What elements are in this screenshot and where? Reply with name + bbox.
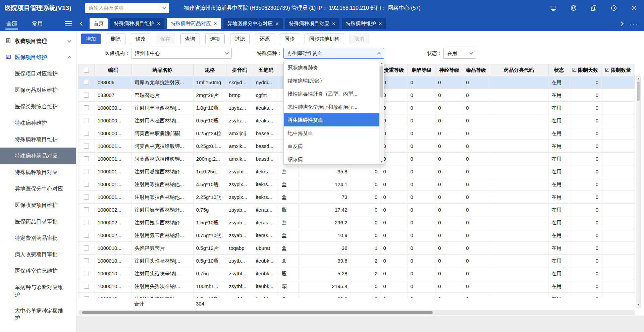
row-checkbox[interactable]: [84, 284, 89, 289]
sidebar-item-7[interactable]: 异地医保分中心对应: [0, 180, 76, 197]
tab-special-disease-maint[interactable]: 特殊病种维护×: [342, 18, 386, 29]
dropdown-option[interactable]: 糖尿病: [284, 153, 379, 165]
vertical-scrollbar[interactable]: ▲ ▼: [636, 76, 641, 308]
column-header[interactable]: 限制数量: [601, 64, 635, 76]
table-row[interactable]: 1000010注射用头孢呋辛钠...1.5g*10瓶zsytbf...iteub…: [78, 293, 635, 298]
options-button[interactable]: 选项: [205, 34, 225, 44]
dropdown-option[interactable]: 结核病辅助治疗: [284, 74, 379, 87]
column-header[interactable]: 神经等级: [435, 64, 463, 76]
menu-search-input[interactable]: 请输入菜单名称: [85, 3, 169, 13]
dropdown-option[interactable]: 慢性病毒性肝炎（乙型、丙型...: [284, 87, 379, 100]
sidebar-item-6[interactable]: 特殊病种项目对应: [0, 164, 76, 180]
column-header[interactable]: 药品名称: [132, 64, 194, 76]
sync-other-org-button[interactable]: 同步其他机构: [305, 34, 344, 44]
scroll-down-icon[interactable]: ▼: [636, 303, 640, 307]
dropdown-scrollbar-thumb[interactable]: [380, 66, 383, 98]
select-all-cell[interactable]: [78, 64, 95, 76]
org-select[interactable]: 漳州市中心: [131, 48, 232, 59]
theme-icon[interactable]: [570, 5, 577, 11]
row-checkbox[interactable]: [84, 207, 89, 212]
row-checkbox[interactable]: [84, 118, 89, 123]
filter-button[interactable]: 过滤: [230, 34, 250, 44]
table-row[interactable]: 1000002...注射用氨苄西林钠舒...0.75g*10瓶zsyab...i…: [78, 229, 635, 242]
tabs-scroll-right-icon[interactable]: [619, 21, 624, 26]
view-tab-all[interactable]: 全部: [5, 16, 18, 31]
row-checkbox[interactable]: [84, 182, 89, 187]
table-row[interactable]: 1000010...头孢羟氨苄片0.5g*12片tbqabpuburat盒361…: [78, 242, 635, 255]
column-header[interactable]: 麻醉等级: [408, 64, 435, 76]
table-row[interactable]: 1000002...注射用氨苄西林钠舒...1.5g*10瓶zsyab...it…: [78, 216, 635, 229]
sync-button[interactable]: 同步: [280, 34, 299, 44]
logout-icon[interactable]: [610, 5, 617, 11]
sidebar-section-charge-item-mgmt[interactable]: 收费项目管理: [0, 33, 76, 49]
sidebar-item-2[interactable]: 医保类别综合维护: [0, 98, 76, 115]
dropdown-scrollbar[interactable]: ▲ ▼: [379, 61, 384, 164]
dropdown-option[interactable]: 冠状病毒肺炎: [284, 61, 379, 74]
scroll-down-icon[interactable]: ▼: [380, 160, 384, 164]
table-row[interactable]: 1000010...注射用头孢唑林钠[...0.5g*10瓶zsytb...it…: [78, 255, 635, 267]
tabs-scroll-left-icon[interactable]: [80, 21, 84, 26]
sidebar-item-4[interactable]: 特殊病种项目维护: [0, 131, 76, 148]
query-button[interactable]: 查询: [180, 34, 200, 44]
column-header[interactable]: 拼音码: [226, 64, 253, 76]
row-checkbox[interactable]: [84, 80, 89, 85]
table-row[interactable]: 1000001...注射用哌拉西林钠他...2.25g*10瓶zsyplx...…: [78, 191, 635, 204]
view-tab-common[interactable]: 常用: [31, 16, 44, 31]
sidebar-item-14[interactable]: 大中心单病种定额维护: [0, 302, 76, 326]
select-all-checkbox[interactable]: [84, 68, 89, 73]
table-row[interactable]: 1000001...注射用哌拉西林钠他...4.5g*10瓶zsyplx...i…: [78, 178, 635, 191]
copy-icon[interactable]: [590, 5, 597, 11]
sidebar-item-13[interactable]: 单病种与诊断对应维护: [0, 279, 76, 302]
tab-close-icon[interactable]: ×: [332, 21, 335, 26]
monitor-icon[interactable]: [550, 5, 557, 11]
dropdown-option[interactable]: 地中海贫血: [284, 126, 379, 140]
sidebar-item-11[interactable]: 病人收费项目审批: [0, 246, 76, 263]
chevron-down-icon[interactable]: [162, 5, 166, 9]
row-checkbox[interactable]: [84, 258, 89, 263]
add-button[interactable]: 增加: [81, 34, 101, 44]
row-checkbox[interactable]: [84, 220, 89, 225]
row-checkbox[interactable]: [84, 156, 89, 161]
column-header[interactable]: 规格: [194, 64, 226, 76]
tab-special-disease-item-maint[interactable]: 特殊病种项目维护×: [110, 18, 164, 29]
horizontal-scrollbar[interactable]: [78, 310, 635, 315]
sidebar-item-1[interactable]: 医保药品对应维护: [0, 82, 76, 98]
table-row[interactable]: 1000010...注射用头孢呋辛钠[...0.75gzsytbf...iteu…: [78, 267, 635, 280]
delete-button[interactable]: 删除: [106, 34, 125, 44]
row-checkbox[interactable]: [84, 169, 89, 174]
column-header[interactable]: 五笔码: [253, 64, 279, 76]
sidebar-item-12[interactable]: 医保科室信息维护: [0, 263, 76, 279]
column-header[interactable]: 毒品等级: [463, 64, 489, 76]
row-checkbox[interactable]: [84, 271, 89, 276]
more-tabs-icon[interactable]: ···: [630, 22, 639, 25]
row-checkbox[interactable]: [84, 233, 89, 238]
modify-button[interactable]: 修改: [131, 34, 150, 44]
column-header[interactable]: 限制天数: [569, 64, 601, 76]
dropdown-option[interactable]: 再生障碍性贫血: [284, 113, 379, 126]
sidebar-item-9[interactable]: 医保药品目录审批: [0, 213, 76, 230]
tab-remote-insurance-center-map[interactable]: 异地医保分中心对应×: [223, 18, 283, 29]
tab-close-icon[interactable]: ×: [275, 21, 279, 26]
sidebar-item-5[interactable]: 特殊病种药品对应: [0, 148, 76, 164]
dropdown-option[interactable]: 恶性肿瘤化学治疗和放射治疗...: [284, 100, 379, 113]
vertical-scrollbar-thumb[interactable]: [637, 81, 640, 101]
row-checkbox[interactable]: [84, 245, 89, 251]
column-header[interactable]: 贵重等级: [380, 64, 408, 76]
sidebar-item-10[interactable]: 特定费别药品审批: [0, 230, 76, 246]
scroll-up-icon[interactable]: ▲: [636, 77, 640, 81]
table-row[interactable]: 1000010...注射用头孢呋辛钠/...100ml:1...zsytbf..…: [78, 280, 635, 293]
scroll-up-icon[interactable]: ▲: [380, 61, 384, 65]
menu-list-icon[interactable]: [65, 21, 72, 26]
column-header[interactable]: 编码: [95, 64, 132, 76]
tab-close-icon[interactable]: ×: [157, 21, 160, 26]
row-checkbox[interactable]: [84, 131, 89, 136]
tab-special-disease-item-map[interactable]: 特殊病种项目对应×: [285, 18, 339, 29]
sidebar-item-0[interactable]: 医保项目对应维护: [0, 65, 76, 82]
tab-close-icon[interactable]: ×: [379, 21, 382, 26]
tab-special-disease-drug-map[interactable]: 特殊病种药品对应×: [167, 18, 221, 29]
column-header[interactable]: 药品分类代码: [489, 64, 549, 76]
disease-select[interactable]: 再生障碍性贫血: [283, 48, 384, 59]
table-row[interactable]: 1000001...注射用哌拉西林钠舒...1g:0.25g...zsyplx.…: [78, 165, 635, 178]
dropdown-option[interactable]: 血友病: [284, 140, 379, 153]
row-checkbox[interactable]: [84, 195, 89, 200]
